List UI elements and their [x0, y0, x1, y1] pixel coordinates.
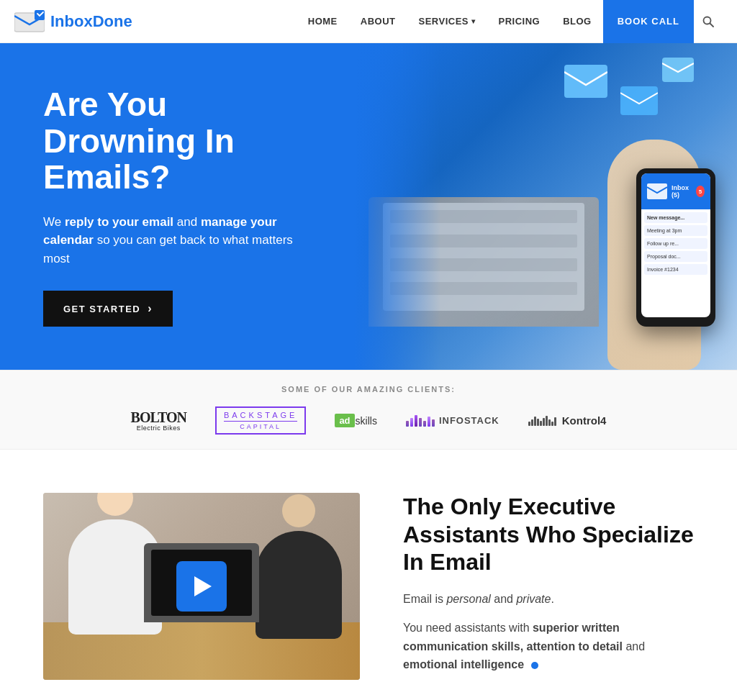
logo-done: Done	[93, 12, 132, 30]
logo-inbox: Inbox	[50, 12, 93, 30]
hero-image: Inbox (5) 5 New message... Meeting at 3p…	[354, 43, 737, 370]
client-logo-adskills[interactable]: adskills	[335, 414, 377, 427]
nav-about[interactable]: ABOUT	[349, 0, 407, 43]
exec-desc-1: Email is personal and private.	[403, 590, 694, 609]
svg-rect-7	[662, 58, 694, 82]
svg-rect-6	[620, 86, 658, 115]
search-icon	[702, 16, 714, 27]
main-nav: HOME ABOUT SERVICES ▾ PRICING BLOG BOOK …	[297, 0, 723, 43]
nav-pricing[interactable]: PRICING	[487, 0, 551, 43]
header: InboxDone HOME ABOUT SERVICES ▾ PRICING …	[0, 0, 737, 43]
hero-title: Are You Drowning In Emails?	[43, 86, 325, 196]
client-logo-infostack[interactable]: INFOSTACK	[406, 415, 499, 427]
clients-label: SOME OF OUR AMAZING CLIENTS:	[0, 385, 737, 394]
play-triangle-icon	[194, 576, 212, 596]
nav-home[interactable]: HOME	[297, 0, 349, 43]
video-thumbnail[interactable]	[43, 493, 360, 680]
chevron-right-icon: ›	[148, 302, 153, 315]
chevron-down-icon: ▾	[471, 17, 476, 25]
nav-services[interactable]: SERVICES ▾	[407, 0, 487, 43]
logo-icon	[14, 10, 45, 33]
client-logo-kontrol4[interactable]: Kontrol4	[528, 414, 607, 427]
hero-content: Are You Drowning In Emails? We reply to …	[0, 43, 354, 370]
hero-subtitle: We reply to your email and manage your c…	[43, 213, 317, 268]
blue-dot-decoration	[531, 662, 538, 669]
logo[interactable]: InboxDone	[14, 10, 132, 33]
envelope-3	[662, 58, 694, 82]
exec-section: The Only Executive Assistants Who Specia…	[0, 450, 737, 700]
envelope-1	[564, 65, 607, 98]
get-started-button[interactable]: GET STARTED ›	[43, 291, 173, 327]
clients-logos: BOLTON Electric Bikes BACKSTAGE CAPITAL …	[0, 406, 737, 435]
client-logo-backstage[interactable]: BACKSTAGE CAPITAL	[215, 406, 306, 435]
hero-section: Are You Drowning In Emails? We reply to …	[0, 43, 737, 370]
nav-blog[interactable]: BLOG	[551, 0, 603, 43]
svg-rect-4	[647, 183, 667, 199]
client-logo-bolton[interactable]: BOLTON Electric Bikes	[131, 409, 186, 432]
book-call-button[interactable]: BOOK CALL	[603, 0, 694, 43]
clients-section: SOME OF OUR AMAZING CLIENTS: BOLTON Elec…	[0, 370, 737, 450]
exec-title: The Only Executive Assistants Who Specia…	[403, 493, 694, 576]
envelope-2	[620, 86, 658, 115]
video-play-button[interactable]	[176, 561, 227, 612]
logo-wordmark: InboxDone	[50, 12, 132, 31]
search-button[interactable]	[694, 0, 723, 43]
exec-desc-2: You need assistants with superior writte…	[403, 619, 694, 674]
svg-line-3	[710, 23, 714, 27]
svg-rect-5	[564, 65, 607, 98]
exec-content: The Only Executive Assistants Who Specia…	[403, 493, 694, 700]
